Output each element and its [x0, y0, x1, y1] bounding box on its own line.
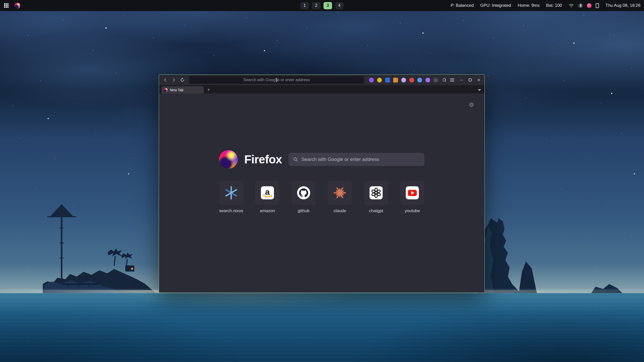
workspace-4[interactable]: 4	[335, 2, 344, 9]
forward-button[interactable]	[170, 76, 178, 84]
newtab-search-input[interactable]	[301, 157, 420, 162]
shortcut-label: chatgpt	[369, 208, 383, 213]
firefox-icon[interactable]	[15, 3, 20, 9]
shortcut-label: search.nixos	[219, 208, 243, 213]
shortcut-chatgpt[interactable]: chatgpt	[364, 181, 388, 213]
newtab-search-box[interactable]	[289, 153, 424, 166]
pier-post	[78, 284, 79, 287]
wallpaper-ocean	[0, 293, 644, 362]
system-tray	[569, 3, 599, 8]
tab-title: New Tab	[170, 88, 183, 92]
browser-toolbar: Search with Googl e or enter address –	[159, 75, 485, 85]
extension-icons	[369, 78, 438, 82]
tab-new-tab[interactable]: New Tab	[162, 86, 204, 94]
shortcut-amazon[interactable]: a amazon	[255, 181, 279, 213]
shortcut-youtube[interactable]: youtube	[400, 181, 424, 213]
claude-starburst-icon	[333, 186, 346, 199]
youtube-play-icon	[406, 186, 419, 199]
firefox-window: Search with Googl e or enter address –	[159, 74, 485, 293]
hut-window-light	[131, 268, 133, 269]
personalize-gear-icon[interactable]: ⚙	[469, 102, 474, 108]
search-icon	[293, 157, 298, 162]
close-button[interactable]: ×	[475, 77, 482, 83]
shortcut-search-nixos[interactable]: search.nixos	[219, 181, 243, 213]
new-tab-page: ⚙ Firefox	[159, 94, 485, 293]
extension-dark-icon[interactable]	[433, 78, 438, 82]
nixos-snowflake-icon	[224, 186, 238, 200]
shortcut-label: github	[298, 208, 309, 213]
extensions-puzzle-icon[interactable]	[441, 77, 448, 83]
newtab-hero: Firefox	[159, 150, 485, 169]
tab-list-dropdown-icon[interactable]	[478, 89, 481, 91]
watchtower-platform	[47, 216, 76, 217]
workspace-switcher: 1 2 3 4	[300, 2, 344, 9]
urlbar-placeholder-left: Search with Googl	[243, 78, 276, 82]
wifi-icon[interactable]	[569, 3, 574, 8]
workspace-1[interactable]: 1	[300, 2, 309, 9]
power-profile-status: P: Balanced	[451, 3, 474, 8]
extension-blue-icon[interactable]	[385, 78, 390, 82]
extension-red-icon[interactable]	[409, 78, 414, 82]
window-controls: – ×	[458, 77, 482, 83]
shortcut-label: youtube	[405, 208, 420, 213]
firefox-favicon	[164, 88, 168, 92]
topbar-left	[4, 3, 20, 9]
watchtower-canopy	[49, 204, 74, 217]
firefox-wordmark: Firefox	[244, 153, 282, 166]
color-profile-icon[interactable]	[587, 3, 592, 8]
firefox-logo	[219, 150, 238, 169]
openai-knot-icon	[370, 186, 383, 199]
urlbar-placeholder-right: e or enter address	[277, 78, 310, 82]
device-icon[interactable]	[596, 3, 599, 8]
menu-hamburger-icon[interactable]	[449, 77, 455, 83]
extension-yellow-icon[interactable]	[377, 78, 382, 82]
extension-purple-icon[interactable]	[369, 78, 374, 82]
back-button[interactable]	[162, 76, 169, 84]
extension-violet-icon[interactable]	[425, 78, 430, 82]
hut	[125, 265, 134, 272]
extension-skyblue-icon[interactable]	[417, 78, 422, 82]
watchtower-rung	[60, 258, 64, 258]
watchtower-pole	[61, 211, 62, 282]
shortcut-tile: a	[255, 181, 279, 205]
shortcut-tile	[364, 181, 388, 205]
small-cliff	[519, 261, 537, 293]
text-caret	[276, 78, 277, 82]
gpu-status: GPU: Integrated	[480, 3, 511, 8]
workspace-2[interactable]: 2	[312, 2, 320, 9]
amazon-icon: a	[261, 186, 274, 199]
pier-post	[89, 284, 89, 287]
maximize-button[interactable]	[467, 77, 473, 83]
extension-orange-icon[interactable]	[393, 78, 398, 82]
maximize-icon	[469, 78, 472, 81]
palm-trunk	[114, 256, 116, 266]
pier-post	[67, 284, 68, 287]
shortcut-label: amazon	[260, 208, 275, 213]
topbar: 1 2 3 4 P: Balanced GPU: Integrated Home…	[0, 0, 644, 11]
watchtower-rung	[60, 243, 64, 243]
app-launcher-grid-icon[interactable]	[4, 3, 9, 8]
shortcut-tile	[328, 181, 352, 205]
battery-status: Bat: 100	[546, 3, 562, 8]
shortcut-tile	[219, 181, 243, 205]
shortcut-github[interactable]: github	[292, 181, 316, 213]
shortcut-tile	[400, 181, 424, 205]
url-bar[interactable]: Search with Googl e or enter address	[189, 76, 364, 84]
reload-button[interactable]	[179, 76, 186, 84]
workspace-3[interactable]: 3	[324, 2, 332, 9]
bluetooth-icon[interactable]	[578, 3, 583, 8]
shortcut-claude[interactable]: claude	[328, 181, 352, 213]
github-octocat-icon	[297, 186, 310, 199]
new-tab-button[interactable]: +	[205, 86, 212, 93]
extension-lavender-icon[interactable]	[401, 78, 406, 82]
shortcut-grid: search.nixos a amazon	[159, 181, 485, 213]
shortcut-label: claude	[334, 208, 346, 213]
minimize-button[interactable]: –	[458, 77, 465, 83]
desktop: 1 2 3 4 P: Balanced GPU: Integrated Home…	[0, 0, 644, 362]
latency-status: Home: 9ms	[518, 3, 540, 8]
watchtower-rung	[60, 228, 64, 228]
topbar-right: P: Balanced GPU: Integrated Home: 9ms Ba…	[451, 3, 640, 8]
tab-strip: New Tab +	[159, 85, 485, 94]
shortcut-tile	[292, 181, 316, 205]
clock: Thu Aug 08, 18:26	[606, 3, 640, 8]
